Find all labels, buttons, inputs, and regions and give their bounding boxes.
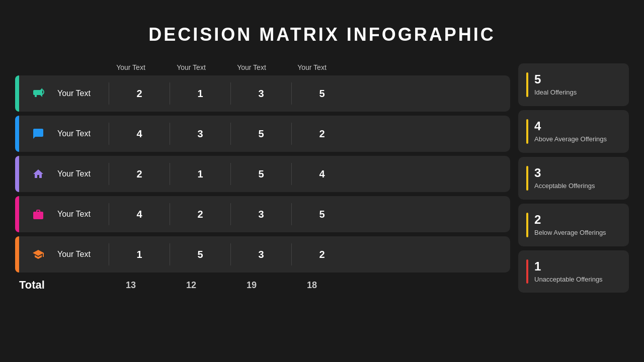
row-label: Your Text [53,89,109,98]
cell-value: 4 [109,209,170,220]
row-accent-bar [15,116,19,152]
legend-number: 5 [534,72,577,86]
legend-bar [526,213,528,237]
cell-value: 3 [231,249,291,260]
legend-bar [526,72,528,97]
legend-card: 3 Acceptable Offerings [518,157,629,200]
cell-value: 1 [170,168,230,180]
header-col1: Your Text [101,63,161,71]
legend-card: 4 Above Average Offerings [518,110,629,153]
row-accent-bar [15,236,19,273]
cell-value: 5 [231,168,291,180]
row-icon [23,87,53,100]
legend-content: 3 Acceptable Offerings [534,166,595,191]
legend-number: 2 [534,213,606,227]
legend-content: 2 Below Average Offerings [534,213,606,237]
table-row: Your Text 4 2 3 5 [15,196,510,232]
legend-bar [526,259,528,284]
row-icon [23,128,53,140]
legend-card: 1 Unacceptable Offerings [518,250,629,293]
cell-value: 5 [292,88,352,100]
row-label: Your Text [53,210,109,219]
cell-value: 1 [109,249,170,260]
cell-value: 2 [292,249,352,260]
legend-number: 1 [534,259,603,274]
totals-row: Total 13121918 [15,279,510,292]
legend-card: 2 Below Average Offerings [518,204,629,246]
cell-value: 2 [170,209,230,220]
row-accent-bar [15,156,19,192]
header-col4: Your Text [282,63,342,71]
total-label: Total [15,279,101,292]
cell-value: 2 [109,168,170,180]
header-col2: Your Text [161,63,221,71]
legend-bar [526,166,528,191]
table-row: Your Text 1 5 3 2 [15,236,510,273]
total-cell: 18 [282,280,342,291]
cell-value: 5 [231,128,291,140]
legend-label: Above Average Offerings [534,135,607,144]
header-col3: Your Text [221,63,282,71]
matrix-table: Your Text Your Text Your Text Your Text … [15,63,510,293]
legend-label: Below Average Offerings [534,229,606,237]
legend-card: 5 Ideal Offerings [518,63,629,106]
row-label: Your Text [53,169,109,178]
legend-content: 4 Above Average Offerings [534,119,607,144]
cell-value: 2 [109,88,170,100]
cell-value: 4 [109,128,170,140]
row-label: Your Text [53,129,109,138]
row-icon [23,168,53,180]
legend-content: 5 Ideal Offerings [534,72,577,97]
legend-label: Unacceptable Offerings [534,276,603,284]
cell-value: 1 [170,88,230,100]
legend-bar [526,119,528,144]
cell-value: 5 [170,249,230,260]
table-row: Your Text 2 1 5 4 [15,156,510,192]
cell-value: 3 [231,88,291,100]
cell-value: 3 [231,209,291,220]
total-cell: 12 [161,280,221,291]
cell-value: 4 [292,168,352,180]
row-icon [23,208,53,220]
legend-content: 1 Unacceptable Offerings [534,259,603,284]
legend-label: Acceptable Offerings [534,182,595,191]
row-icon [23,248,53,260]
legend-number: 4 [534,119,607,133]
legend-panel: 5 Ideal Offerings 4 Above Average Offeri… [518,63,629,293]
cell-value: 2 [292,128,352,140]
cell-value: 3 [170,128,230,140]
row-accent-bar [15,196,19,232]
row-label: Your Text [53,250,109,259]
page-title: DECISION MATRIX INFOGRAPHIC [148,24,495,45]
column-headers: Your Text Your Text Your Text Your Text [15,63,510,71]
cell-value: 5 [292,209,352,220]
legend-label: Ideal Offerings [534,88,577,97]
table-row: Your Text 2 1 3 5 [15,75,510,112]
legend-number: 3 [534,166,595,180]
row-accent-bar [15,75,19,112]
total-cell: 19 [221,280,282,291]
table-row: Your Text 4 3 5 2 [15,116,510,152]
total-cell: 13 [101,280,161,291]
